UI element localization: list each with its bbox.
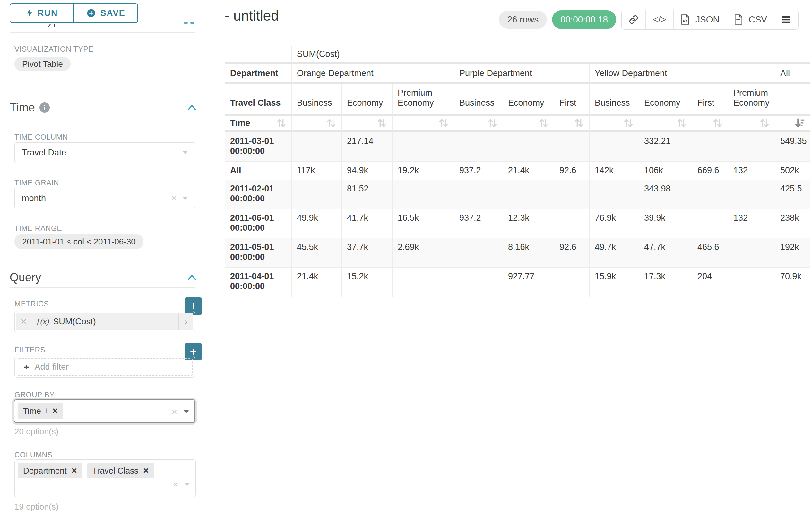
sort-toggle-icon[interactable] [487, 117, 497, 129]
column-sort-header[interactable] [728, 116, 775, 132]
metric-header-cell: SUM(Cost) [292, 46, 810, 64]
corner-cell [225, 46, 292, 64]
metric-pill[interactable]: ✕ ƒ(x) SUM(Cost) › [17, 313, 193, 330]
pivot-data-row: 2011-02-01 00:00:0081.52343.98425.5 [225, 180, 810, 209]
clear-icon[interactable]: × [171, 193, 177, 203]
sort-toggle-icon[interactable] [539, 117, 549, 129]
travel-class-header: Economy [342, 84, 393, 116]
pivot-value-cell [393, 132, 454, 162]
export-json-button[interactable]: .JSON [673, 10, 726, 29]
sort-toggle-icon[interactable] [574, 117, 584, 129]
pivot-value-cell [554, 132, 589, 162]
column-sort-header[interactable] [692, 116, 728, 132]
pivot-value-cell: 192k [775, 238, 810, 268]
pivot-value-cell: 343.98 [639, 180, 692, 209]
column-sort-header[interactable] [639, 116, 692, 132]
pivot-value-cell [589, 132, 639, 162]
remove-tag-icon[interactable]: ✕ [71, 466, 77, 475]
metric-name: SUM(Cost) [53, 317, 96, 327]
query-timer-badge: 00:00:00.18 [552, 10, 616, 29]
sort-toggle-icon[interactable] [713, 117, 723, 129]
time-grain-label: TIME GRAIN [14, 179, 59, 187]
row-time-label: 2011-04-01 00:00:00 [225, 268, 292, 297]
pivot-value-cell: 549.35 [775, 132, 810, 162]
column-sort-header[interactable] [393, 116, 454, 132]
pivot-value-cell [728, 238, 775, 268]
info-icon[interactable]: i [39, 103, 50, 113]
view-query-button[interactable]: </> [645, 10, 673, 29]
column-sort-header[interactable] [554, 116, 589, 132]
columns-options-count: 19 option(s) [14, 502, 58, 512]
pivot-value-cell [554, 180, 589, 209]
pivot-value-cell: 92.6 [554, 162, 589, 180]
share-link-button[interactable] [622, 10, 645, 29]
pivot-value-cell: 81.52 [342, 180, 393, 209]
pivot-value-cell: 142k [589, 162, 639, 180]
travel-class-header: Business [292, 84, 342, 116]
info-icon[interactable]: i [46, 407, 48, 415]
function-icon: ƒ(x) [36, 317, 49, 326]
clear-icon[interactable]: × [171, 407, 177, 417]
query-section-heading: Query [10, 271, 41, 284]
export-csv-button[interactable]: .CSV [727, 10, 774, 29]
sort-toggle-icon[interactable] [759, 117, 770, 129]
sort-toggle-icon[interactable] [377, 117, 387, 129]
pivot-value-cell [692, 180, 728, 209]
collapse-chevron-icon[interactable] [187, 274, 197, 281]
chart-panel: - untitled 26 rows 00:00:00.18 </> .JSON… [207, 0, 812, 514]
pivot-table: SUM(Cost)DepartmentOrange DepartmentPurp… [225, 46, 810, 297]
sort-toggle-icon[interactable] [676, 117, 687, 129]
pivot-value-cell: 937.2 [454, 209, 503, 238]
column-sort-header[interactable] [589, 116, 639, 132]
columns-select[interactable]: Department ✕ Travel Class ✕ × [14, 459, 196, 497]
column-sort-header[interactable] [503, 116, 554, 132]
pivot-value-cell: 49.9k [292, 209, 342, 238]
time-column-select[interactable]: Travel Date [14, 142, 195, 163]
sort-toggle-icon[interactable] [326, 117, 336, 129]
chevron-down-icon [183, 197, 188, 200]
pivot-value-cell [292, 180, 342, 209]
pivot-value-cell [454, 238, 503, 268]
remove-tag-icon[interactable]: ✕ [52, 407, 58, 415]
pivot-value-cell: 425.5 [775, 180, 810, 209]
run-button[interactable]: RUN [10, 3, 74, 23]
more-options-button[interactable] [774, 10, 798, 29]
remove-metric-icon[interactable]: ✕ [17, 313, 31, 330]
column-sort-header[interactable] [342, 116, 393, 132]
time-range-pill[interactable]: 2011-01-01 ≤ col < 2011-06-30 [14, 234, 143, 249]
sort-toggle-icon[interactable] [623, 117, 634, 129]
collapse-chevron-icon[interactable] [187, 104, 197, 111]
pivot-value-cell [554, 209, 589, 238]
clear-icon[interactable]: × [172, 480, 178, 489]
sort-toggle-icon[interactable] [438, 117, 449, 129]
remove-tag-icon[interactable]: ✕ [143, 466, 149, 475]
chevron-right-icon[interactable]: › [178, 313, 193, 330]
csv-file-icon [734, 15, 743, 25]
chart-title[interactable]: - untitled [225, 8, 279, 24]
viz-type-pill[interactable]: Pivot Table [14, 57, 70, 71]
pivot-value-cell: 37.7k [342, 238, 393, 268]
pivot-value-cell: 15.2k [342, 268, 393, 297]
column-sort-header[interactable] [292, 116, 342, 132]
department-group-header: Yellow Department [589, 64, 775, 84]
time-sort-header[interactable]: Time [225, 116, 292, 132]
travel-class-header: Business [454, 84, 503, 116]
chevron-down-icon[interactable] [184, 483, 190, 486]
pivot-value-cell: 12.3k [503, 209, 554, 238]
pivot-data-row: All117k94.9k19.2k937.221.4k92.6142k106k6… [225, 162, 810, 180]
sort-toggle-icon[interactable] [276, 117, 286, 129]
department-group-header: Orange Department [292, 64, 454, 84]
group-by-label: GROUP BY [14, 390, 55, 399]
pivot-value-cell [393, 180, 454, 209]
chevron-down-icon[interactable] [183, 410, 189, 413]
pivot-value-cell: 502k [775, 162, 810, 180]
column-sort-header[interactable] [454, 116, 503, 132]
group-by-select[interactable]: Time i ✕ × [14, 399, 195, 423]
time-grain-select[interactable]: month × [14, 188, 195, 209]
column-sort-header[interactable] [775, 116, 810, 132]
pivot-value-cell: 132 [728, 162, 775, 180]
save-button[interactable]: SAVE [74, 3, 138, 23]
add-filter-button[interactable]: + Add filter [17, 358, 193, 376]
plus-icon: + [24, 361, 30, 372]
sort-descending-active-icon[interactable] [795, 117, 805, 129]
